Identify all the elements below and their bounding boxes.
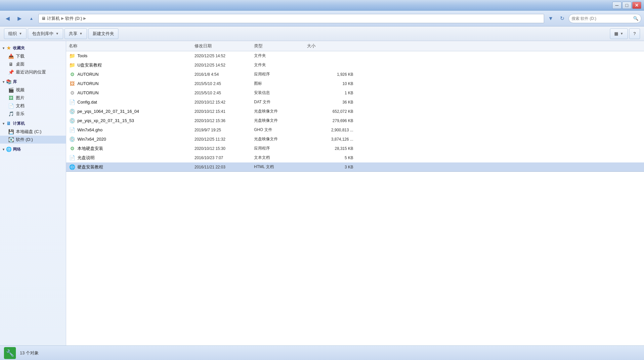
sidebar-item-drive-c[interactable]: 💾 本地磁盘 (C:)	[0, 128, 66, 136]
sidebar-item-recent[interactable]: 📌 最近访问的位置	[0, 68, 66, 76]
breadcrumb[interactable]: 🖥 计算机 ▶ 软件 (D:) ▶	[38, 14, 544, 23]
file-date: 2016/1/8 4:54	[194, 72, 254, 77]
minimize-button[interactable]: ─	[612, 2, 622, 9]
file-header: 名称 修改日期 类型 大小	[66, 41, 644, 51]
file-size: 652,072 KB	[307, 109, 353, 114]
col-header-type[interactable]: 类型	[254, 43, 307, 49]
file-name-cell: ⚙ AUTORUN	[69, 90, 194, 96]
file-size: 36 KB	[307, 100, 353, 105]
table-row[interactable]: 📁 Tools 2020/12/25 14:52 文件夹	[66, 51, 644, 61]
image-icon: 🖼	[8, 95, 14, 101]
table-row[interactable]: ⚙ AUTORUN 2016/1/8 4:54 应用程序 1,926 KB	[66, 70, 644, 79]
file-icon: ⚙	[69, 90, 75, 96]
table-row[interactable]: 📄 光盘说明 2016/10/23 7:07 文本文档 5 KB	[66, 153, 644, 162]
statusbar: 🔧 13 个对象	[0, 345, 644, 360]
network-header[interactable]: ▾ 🌐 网络	[0, 145, 66, 154]
table-row[interactable]: 🖼 AUTORUN 2015/5/10 2:45 图标 10 KB	[66, 79, 644, 88]
table-row[interactable]: 📄 Win7x64.gho 2019/9/7 19:25 GHO 文件 2,90…	[66, 125, 644, 135]
download-icon: 📥	[8, 53, 14, 59]
file-name-cell: 🖼 AUTORUN	[69, 80, 194, 87]
new-folder-label: 新建文件夹	[93, 31, 114, 37]
forward-button[interactable]: ▶	[15, 14, 24, 23]
network-label: 网络	[13, 147, 21, 152]
up-button[interactable]: ▲	[26, 14, 36, 23]
file-name-cell: 📄 Win7x64.gho	[69, 127, 194, 133]
table-row[interactable]: 💿 pe_yqs_1064_20_07_31_16_04 2020/10/12 …	[66, 107, 644, 116]
computer-icon: 🖥	[41, 16, 46, 21]
library-header[interactable]: ▾ 📚 库	[0, 77, 66, 86]
status-count: 13 个对象	[20, 350, 39, 356]
dropdown-button[interactable]: ▼	[546, 14, 555, 23]
table-row[interactable]: 📁 U盘安装教程 2020/12/25 14:52 文件夹	[66, 61, 644, 70]
sidebar-item-music[interactable]: 🎵 音乐	[0, 110, 66, 118]
file-name-text: AUTORUN	[77, 72, 99, 77]
file-size: 10 KB	[307, 81, 353, 86]
file-name-cell: 📁 U盘安装教程	[69, 62, 194, 68]
computer-label: 计算机	[13, 121, 25, 126]
sidebar: ▾ ★ 收藏夹 📥 下载 🖥 桌面 📌 最近访问的位置 ▾ 📚 库	[0, 41, 66, 345]
file-name-cell: ⚙ 本地硬盘安装	[69, 145, 194, 152]
share-button[interactable]: 共享 ▼	[64, 28, 87, 39]
file-name-text: pe_yqs_xp_20_07_31_15_53	[77, 118, 134, 123]
favorites-header[interactable]: ▾ ★ 收藏夹	[0, 44, 66, 52]
computer-expand-icon: ▾	[3, 122, 4, 125]
library-label: 库	[13, 79, 17, 85]
network-expand-icon: ▾	[3, 148, 4, 151]
file-name-cell: 🌐 硬盘安装教程	[69, 164, 194, 170]
computer-header[interactable]: ▾ 🖥 计算机	[0, 119, 66, 128]
file-icon: 📁	[69, 53, 75, 59]
table-row[interactable]: 💿 Win7x64_2020 2020/12/25 11:32 光盘映像文件 3…	[66, 135, 644, 144]
computer-icon: 🖥	[6, 120, 12, 126]
search-bar[interactable]: 🔍	[569, 14, 641, 23]
file-name-cell: 💿 Win7x64_2020	[69, 136, 194, 143]
new-folder-button[interactable]: 新建文件夹	[88, 28, 118, 39]
sidebar-item-desktop[interactable]: 🖥 桌面	[0, 60, 66, 68]
view-button[interactable]: ▦ ▼	[610, 28, 628, 39]
sidebar-item-image[interactable]: 🖼 图片	[0, 94, 66, 102]
col-header-size[interactable]: 大小	[307, 43, 353, 49]
table-row[interactable]: ⚙ AUTORUN 2015/5/10 2:45 安装信息 1 KB	[66, 88, 644, 98]
breadcrumb-drive-d[interactable]: 软件 (D:)	[65, 16, 82, 22]
network-icon: 🌐	[6, 146, 12, 152]
file-type: 文本文档	[254, 155, 307, 160]
favorites-section: ▾ ★ 收藏夹 📥 下载 🖥 桌面 📌 最近访问的位置	[0, 44, 66, 76]
close-button[interactable]: ✕	[632, 2, 641, 9]
include-library-button[interactable]: 包含到库中 ▼	[28, 28, 63, 39]
sidebar-item-download[interactable]: 📥 下载	[0, 52, 66, 60]
drive-c-label: 本地磁盘 (C:)	[16, 129, 41, 135]
refresh-button[interactable]: ↻	[557, 14, 567, 23]
organize-button[interactable]: 组织 ▼	[4, 28, 26, 39]
table-row[interactable]: ⚙ 本地硬盘安装 2020/10/12 15:30 应用程序 28,315 KB	[66, 144, 644, 153]
computer-section: ▾ 🖥 计算机 💾 本地磁盘 (C:) 💽 软件 (D:)	[0, 119, 66, 144]
col-header-date[interactable]: 修改日期	[194, 43, 254, 49]
maximize-button[interactable]: □	[622, 2, 631, 9]
file-size: 28,315 KB	[307, 146, 353, 151]
sidebar-item-video[interactable]: 🎬 视频	[0, 86, 66, 94]
sidebar-item-doc[interactable]: 📄 文档	[0, 102, 66, 110]
file-date: 2020/12/25 14:52	[194, 63, 254, 68]
file-icon: 🌐	[69, 164, 75, 170]
table-row[interactable]: 💿 pe_yqs_xp_20_07_31_15_53 2020/10/12 15…	[66, 116, 644, 125]
favorites-star-icon: ★	[6, 45, 12, 51]
file-icon: 💿	[69, 117, 75, 124]
table-row[interactable]: 🌐 硬盘安装教程 2016/11/21 22:03 HTML 文档 3 KB	[66, 162, 644, 172]
help-button[interactable]: ?	[629, 28, 640, 39]
file-name-text: Config.dat	[77, 100, 97, 105]
back-button[interactable]: ◀	[3, 14, 13, 23]
drive-d-label: 软件 (D:)	[16, 137, 33, 143]
search-input[interactable]	[572, 16, 633, 21]
sidebar-item-drive-d[interactable]: 💽 软件 (D:)	[0, 136, 66, 144]
file-type: 应用程序	[254, 71, 307, 77]
table-row[interactable]: 📄 Config.dat 2020/10/12 15:42 DAT 文件 36 …	[66, 98, 644, 107]
file-icon: 📄	[69, 127, 75, 133]
file-name-cell: 💿 pe_yqs_1064_20_07_31_16_04	[69, 108, 194, 115]
doc-icon: 📄	[8, 103, 14, 109]
search-icon[interactable]: 🔍	[633, 16, 638, 21]
status-icon-glyph: 🔧	[6, 349, 14, 357]
file-name-text: 硬盘安装教程	[77, 164, 103, 170]
recent-label: 最近访问的位置	[16, 69, 46, 75]
breadcrumb-computer[interactable]: 计算机	[47, 16, 60, 22]
file-name-text: U盘安装教程	[77, 62, 102, 68]
help-icon: ?	[633, 31, 636, 36]
col-header-name[interactable]: 名称	[69, 43, 194, 49]
